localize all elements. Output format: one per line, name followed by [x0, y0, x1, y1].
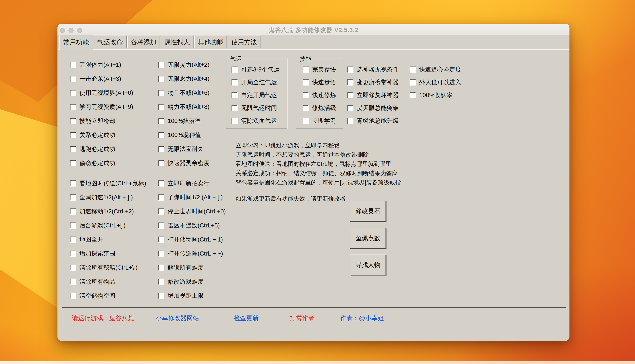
checkbox-box[interactable]: [410, 92, 416, 98]
checkbox-modify-difficulty[interactable]: 修改游戏难度: [158, 278, 226, 292]
checkbox-box[interactable]: [70, 118, 76, 124]
checkbox-box[interactable]: [158, 194, 164, 200]
checkbox-escape-always-success[interactable]: 逃跑必定成功: [70, 146, 146, 160]
checkbox-box[interactable]: [347, 79, 353, 86]
tab-various-add[interactable]: 各种添加: [127, 36, 160, 48]
checkbox-infinite-mana[interactable]: 无限灵力(Alt+2): [158, 61, 226, 76]
checkbox-fast-cultivate[interactable]: 快速修炼: [303, 92, 336, 104]
checkbox-box[interactable]: [347, 66, 353, 73]
checkbox-box[interactable]: [158, 293, 164, 299]
modify-lingshi-button[interactable]: 修改灵石: [350, 201, 386, 222]
checkbox-qiyun-all-red[interactable]: 开局全红气运: [232, 79, 280, 92]
checkbox-box[interactable]: [232, 118, 238, 124]
checkbox-bullet-time[interactable]: 子弹时间1/2 (Alt + [ ): [158, 194, 226, 208]
checkbox-box[interactable]: [158, 76, 164, 82]
checkbox-seed-value-100[interactable]: 100%凝种值: [158, 132, 226, 146]
checkbox-box[interactable]: [70, 90, 76, 96]
checkbox-no-enemy-minefield[interactable]: 雷区不遇敌(CtrL+5): [158, 222, 226, 236]
find-character-button[interactable]: 寻找人物: [350, 254, 386, 276]
checkbox-box[interactable]: [303, 118, 309, 124]
checkbox-move-speedup[interactable]: 加速移动1/2(CtrL+2): [70, 208, 146, 222]
checkbox-box[interactable]: [158, 146, 164, 152]
checkbox-refresh-auction[interactable]: 立即刷新拍卖行: [158, 180, 226, 194]
checkbox-view-distance-limit[interactable]: 增加视距上限: [158, 292, 226, 306]
checkbox-qiyun-3-9[interactable]: 可选3-9个气运: [232, 66, 280, 79]
tab-fortune-change[interactable]: 气运改命: [94, 36, 127, 48]
checkbox-box[interactable]: [232, 66, 238, 73]
checkbox-catch-demon-100[interactable]: 100%收妖率: [410, 92, 461, 104]
checkbox-box[interactable]: [158, 279, 164, 285]
checkbox-energy-no-decrease[interactable]: 精力不减(Alt+8): [158, 104, 226, 118]
checkbox-box[interactable]: [347, 105, 353, 111]
checkbox-box[interactable]: [158, 222, 164, 229]
checkbox-instant-learn[interactable]: 立即学习: [303, 117, 336, 130]
checkbox-drop-rate-100[interactable]: 100%掉落率: [158, 118, 226, 132]
checkbox-box[interactable]: [158, 62, 164, 68]
checkbox-infinite-stamina[interactable]: 无限体力(Alt+1): [70, 61, 146, 76]
checkbox-box[interactable]: [70, 146, 76, 152]
checkbox-box[interactable]: [158, 132, 164, 138]
checkbox-change-carried-artifact[interactable]: 变更所携带神器: [347, 79, 399, 92]
checkbox-box[interactable]: [303, 92, 309, 98]
checkbox-qinglin-pool-upgrade[interactable]: 青鳞池总能升级: [347, 117, 399, 130]
checkbox-open-storage-room[interactable]: 打开储物间(CtrL + 1): [158, 236, 226, 250]
checkbox-box[interactable]: [347, 118, 353, 124]
checkbox-fast-daoxin-firmness[interactable]: 快速道心坚定度: [410, 66, 461, 79]
checkbox-fast-spirit-intimacy[interactable]: 快速器灵亲密度: [158, 160, 226, 174]
checkbox-box[interactable]: [158, 160, 164, 166]
checkbox-haotian-eye-breakthrough[interactable]: 昊天眼总能突破: [347, 104, 399, 117]
website-link[interactable]: 小幸修改器网站: [156, 314, 199, 322]
checkbox-items-no-decrease[interactable]: 物品不减(Alt+6): [158, 90, 226, 104]
checkbox-box[interactable]: [410, 79, 416, 86]
checkbox-clear-manuals[interactable]: 清除所有秘籍(CtrL+\ ): [70, 264, 146, 278]
checkbox-box[interactable]: [303, 105, 309, 111]
checkbox-clear-storage[interactable]: 清空储物空间: [70, 292, 146, 306]
donate-author-link[interactable]: 打赏作者: [290, 314, 314, 322]
checkbox-box[interactable]: [232, 79, 238, 86]
checkbox-map-teleport[interactable]: 看地图时传送(CtrL+鼠标): [70, 180, 146, 194]
checkbox-box[interactable]: [410, 66, 416, 73]
checkbox-fast-comprehend[interactable]: 快速参悟: [303, 79, 336, 92]
checkbox-reveal-map[interactable]: 地图全开: [70, 236, 146, 250]
checkbox-stop-world-time[interactable]: 停止世界时间(CtrL+0): [158, 208, 226, 222]
checkbox-box[interactable]: [158, 265, 164, 271]
checkbox-outsiders-can-enter[interactable]: 外人也可以进入: [410, 79, 461, 92]
checkbox-box[interactable]: [70, 160, 76, 166]
checkbox-box[interactable]: [70, 62, 76, 68]
checkbox-box[interactable]: [232, 105, 238, 111]
checkbox-box[interactable]: [70, 208, 76, 215]
checkbox-perfect-comprehend[interactable]: 完美参悟: [303, 66, 336, 79]
checkbox-cultivate-max-level[interactable]: 修炼满级: [303, 104, 336, 117]
checkbox-box[interactable]: [70, 236, 76, 243]
checkbox-qiyun-infinite-time[interactable]: 无限气运时间: [232, 104, 280, 117]
checkbox-box[interactable]: [303, 66, 309, 73]
checkbox-box[interactable]: [158, 90, 164, 96]
checkbox-instant-cooldown[interactable]: 技能立即冷却: [70, 118, 146, 132]
checkbox-infinite-mind[interactable]: 无限念力(Alt+4): [158, 76, 226, 90]
checkbox-infinite-durability[interactable]: 无限法宝耐久: [158, 146, 226, 160]
checkbox-steal-always-success[interactable]: 偷窃必定成功: [70, 160, 146, 174]
checkbox-global-speedup[interactable]: 全局加速1/2(Alt + ] ): [70, 194, 146, 208]
checkbox-repair-broken-artifact[interactable]: 立即修复坏神器: [347, 92, 399, 104]
checkbox-box[interactable]: [70, 180, 76, 186]
checkbox-open-teleport-array[interactable]: 打开传送阵(CtrL + ~): [158, 250, 226, 264]
checkbox-box[interactable]: [158, 180, 164, 186]
checkbox-qiyun-clear-negative[interactable]: 清除负面气运: [232, 117, 280, 130]
checkbox-use-ignore-realm[interactable]: 使用无视境界(Alt+0): [70, 90, 146, 104]
checkbox-box[interactable]: [347, 92, 353, 98]
checkbox-box[interactable]: [158, 208, 164, 215]
yupei-points-button[interactable]: 鱼佩点数: [350, 228, 386, 249]
checkbox-box[interactable]: [70, 132, 76, 138]
checkbox-box[interactable]: [70, 76, 76, 82]
checkbox-box[interactable]: [70, 265, 76, 271]
checkbox-artifact-ignore-condition[interactable]: 选神器无视条件: [347, 66, 399, 79]
checkbox-box[interactable]: [70, 222, 76, 229]
checkbox-unlock-difficulty[interactable]: 解锁所有难度: [158, 264, 226, 278]
checkbox-box[interactable]: [70, 194, 76, 200]
checkbox-clear-items[interactable]: 清除所有物品: [70, 278, 146, 292]
checkbox-explore-range[interactable]: 增加探索范围: [70, 250, 146, 264]
tab-attribute-find[interactable]: 属性找人: [161, 36, 194, 48]
checkbox-one-hit-kill[interactable]: 一击必杀(Alt+3): [70, 76, 146, 90]
checkbox-background-game[interactable]: 后台游戏(CtrL+[ ): [70, 222, 146, 236]
checkbox-box[interactable]: [158, 118, 164, 124]
